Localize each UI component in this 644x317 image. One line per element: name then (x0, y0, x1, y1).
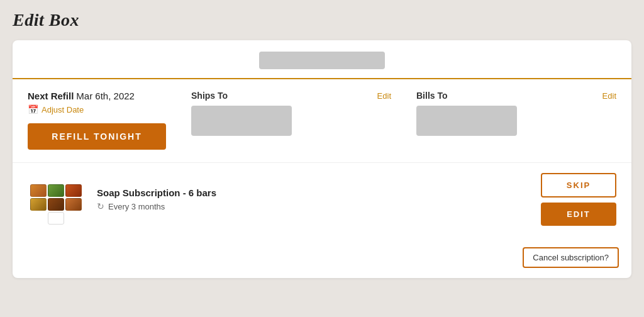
calendar-icon: 📅 (28, 104, 38, 114)
soap-bar-5 (65, 198, 82, 211)
adjust-date-label: Adjust Date (42, 105, 84, 114)
next-refill-section: Next Refill Mar 6th, 2022 📅 Adjust Date … (28, 91, 166, 150)
product-actions: Skip Edit (541, 173, 616, 226)
adjust-date-link[interactable]: 📅 Adjust Date (28, 104, 166, 114)
page-title: Edit Box (13, 10, 631, 30)
soap-bar-1 (48, 184, 64, 197)
card-top-bar (13, 40, 631, 69)
refresh-icon: ↻ (97, 201, 104, 211)
soap-bar-6 (48, 212, 64, 225)
soap-bar-2 (65, 184, 82, 197)
card-info-row: Next Refill Mar 6th, 2022 📅 Adjust Date … (13, 79, 631, 162)
bills-to-section: Bills To Edit (416, 91, 616, 136)
soap-bar-top (30, 184, 47, 197)
soap-bar-4 (48, 198, 64, 211)
next-refill-date: Mar 6th, 2022 (76, 91, 135, 101)
product-name: Soap Subscription - 6 bars (97, 187, 528, 198)
ships-to-section: Ships To Edit (191, 91, 391, 136)
product-frequency: ↻ Every 3 months (97, 201, 528, 211)
ships-to-edit-link[interactable]: Edit (377, 91, 391, 101)
page-wrapper: Edit Box Next Refill Mar 6th, 2022 📅 Adj… (0, 0, 644, 291)
product-info: Soap Subscription - 6 bars ↻ Every 3 mon… (97, 187, 528, 211)
main-card: Next Refill Mar 6th, 2022 📅 Adjust Date … (13, 40, 631, 278)
bills-to-label: Bills To (416, 91, 448, 101)
card-product-row: Soap Subscription - 6 bars ↻ Every 3 mon… (13, 162, 631, 241)
bills-to-header: Bills To Edit (416, 91, 616, 101)
top-bar-placeholder (259, 52, 385, 69)
card-footer: Cancel subscription? (13, 241, 631, 278)
next-refill-line: Next Refill Mar 6th, 2022 (28, 91, 166, 102)
next-refill-label: Next Refill (28, 91, 74, 101)
edit-product-button[interactable]: Edit (541, 203, 616, 226)
ships-to-address-placeholder (191, 106, 292, 136)
ships-to-header: Ships To Edit (191, 91, 391, 101)
bills-to-address-placeholder (416, 106, 517, 136)
soap-bar-3 (30, 198, 47, 211)
product-frequency-text: Every 3 months (108, 202, 165, 211)
cancel-subscription-button[interactable]: Cancel subscription? (523, 247, 619, 268)
ships-to-label: Ships To (191, 91, 228, 101)
product-image (28, 174, 84, 225)
skip-button[interactable]: Skip (541, 173, 616, 197)
bills-to-edit-link[interactable]: Edit (602, 91, 616, 101)
soap-stack (28, 174, 84, 225)
refill-tonight-button[interactable]: reFILL Tonight (28, 123, 166, 150)
